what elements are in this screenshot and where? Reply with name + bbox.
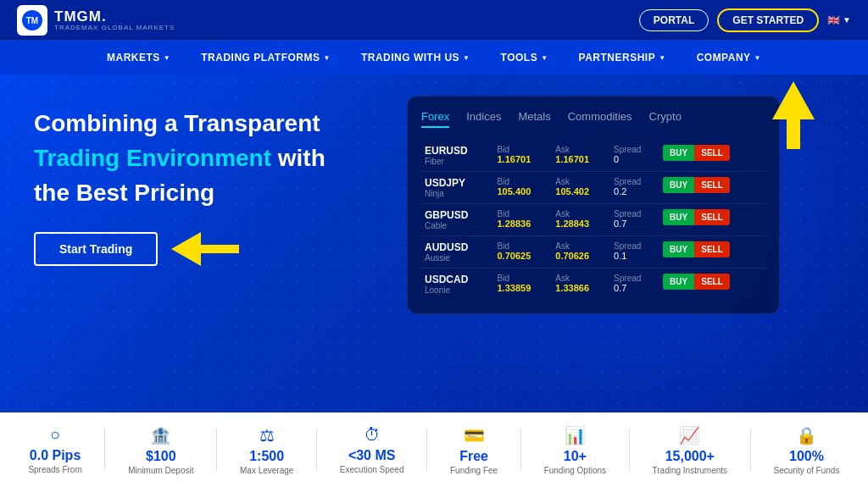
sell-button[interactable]: SELL — [694, 177, 730, 193]
funding-options-icon: 📊 — [565, 425, 586, 445]
table-row: EURUSD Fiber Bid 1.16701 Ask 1.16701 Spr… — [421, 140, 765, 172]
logo-icon: TM — [17, 5, 47, 36]
bid-cell: Bid 0.70625 — [493, 236, 552, 268]
stat-leverage-label: Max Leverage — [240, 466, 293, 475]
stat-security-value: 100% — [789, 449, 824, 464]
sell-button[interactable]: SELL — [694, 145, 730, 161]
stat-funding-options: 📊 10+ Funding Options — [544, 425, 606, 475]
nav-partnership[interactable]: PARTNERSHIP ▼ — [564, 41, 682, 75]
buy-button[interactable]: BUY — [663, 209, 694, 225]
stat-funding-options-label: Funding Options — [544, 466, 606, 475]
buy-sell-group: BUY SELL — [663, 209, 762, 225]
svg-text:TM: TM — [26, 16, 38, 25]
panel-tabs: Forex Indices Metals Commodities Crypto — [421, 110, 765, 128]
nav-tools[interactable]: TOOLS ▼ — [486, 41, 564, 75]
spread-cell: Spread 0.7 — [610, 268, 659, 301]
tab-forex[interactable]: Forex — [421, 110, 449, 128]
execution-icon: ⏱ — [364, 425, 381, 445]
header: TM TMGM. TRADEMAX GLOBAL MARKETS PORTAL … — [0, 0, 868, 41]
stat-leverage-value: 1:500 — [249, 449, 284, 464]
forex-table: EURUSD Fiber Bid 1.16701 Ask 1.16701 Spr… — [421, 140, 765, 300]
svg-marker-3 — [171, 232, 239, 266]
ask-cell: Ask 1.16701 — [552, 140, 610, 172]
stat-instruments: 📈 15,000+ Trading Instruments — [653, 425, 728, 475]
chevron-down-icon: ▼ — [541, 54, 548, 62]
stat-funding-label: Funding Fee — [450, 466, 498, 475]
logo-subtitle: TRADEMAX GLOBAL MARKETS — [54, 24, 175, 31]
table-row: USDJPY Ninja Bid 105.400 Ask 105.402 Spr… — [421, 172, 765, 204]
logo-name: TMGM. — [54, 8, 107, 25]
get-started-button[interactable]: GET STARTED — [717, 8, 819, 32]
pair-cell: AUDUSD Aussie — [421, 236, 493, 268]
deposit-icon: 🏦 — [150, 425, 171, 445]
buy-button[interactable]: BUY — [663, 241, 694, 257]
divider — [316, 429, 317, 471]
hero-section: Combining a Transparent Trading Environm… — [34, 100, 390, 270]
hero-title-line1: Combining a Transparent — [34, 108, 390, 138]
leverage-icon: ⚖ — [259, 425, 275, 445]
stat-spreads-label: Spreads From — [28, 465, 81, 474]
stat-leverage: ⚖ 1:500 Max Leverage — [240, 425, 293, 475]
sell-button[interactable]: SELL — [694, 209, 730, 225]
get-started-arrow — [768, 81, 819, 152]
stat-funding-value: Free — [459, 449, 488, 464]
logo-text-group: TMGM. TRADEMAX GLOBAL MARKETS — [54, 8, 175, 31]
buy-sell-group: BUY SELL — [663, 145, 762, 161]
cta-row: Start Trading — [34, 228, 390, 270]
stat-execution-value: <30 MS — [348, 448, 396, 463]
buy-button[interactable]: BUY — [663, 145, 694, 161]
stat-spreads-value: 0.0 Pips — [30, 448, 81, 463]
chevron-down-icon: ▼ — [843, 15, 851, 25]
nav-trading-platforms[interactable]: TRADING PLATFORMS ▼ — [186, 41, 346, 75]
divider — [520, 429, 521, 471]
buy-button[interactable]: BUY — [663, 274, 694, 290]
tab-commodities[interactable]: Commodities — [568, 110, 632, 128]
pair-cell: USDCAD Loonie — [421, 268, 493, 301]
main-content: Combining a Transparent Trading Environm… — [0, 75, 868, 412]
tab-indices[interactable]: Indices — [466, 110, 501, 128]
chevron-down-icon: ▼ — [754, 54, 761, 62]
chevron-down-icon: ▼ — [463, 54, 470, 62]
footer-stats: ○ 0.0 Pips Spreads From 🏦 $100 Minimum D… — [0, 412, 868, 487]
sell-button[interactable]: SELL — [694, 274, 730, 290]
funding-icon: 💳 — [464, 425, 485, 445]
svg-marker-2 — [772, 81, 815, 149]
bid-cell: Bid 105.400 — [493, 172, 552, 204]
stat-instruments-value: 15,000+ — [665, 449, 715, 464]
instruments-icon: 📈 — [679, 425, 700, 445]
trading-panel: Forex Indices Metals Commodities Crypto … — [407, 96, 780, 314]
header-buttons: PORTAL GET STARTED 🇬🇧 ▼ — [639, 8, 851, 32]
ask-cell: Ask 105.402 — [552, 172, 610, 204]
start-trading-button[interactable]: Start Trading — [34, 232, 158, 266]
table-row: AUDUSD Aussie Bid 0.70625 Ask 0.70626 Sp… — [421, 236, 765, 268]
buy-sell-cell: BUY SELL — [659, 172, 765, 204]
divider — [216, 429, 217, 471]
stat-deposit: 🏦 $100 Minimum Deposit — [128, 425, 193, 475]
stat-spreads: ○ 0.0 Pips Spreads From — [28, 425, 81, 474]
bid-cell: Bid 1.28836 — [493, 204, 552, 236]
stat-execution: ⏱ <30 MS Execution Speed — [340, 425, 404, 474]
buy-button[interactable]: BUY — [663, 177, 694, 193]
buy-sell-cell: BUY SELL — [659, 140, 765, 172]
nav-trading-with-us[interactable]: TRADING WITH US ▼ — [346, 41, 486, 75]
nav-markets[interactable]: MARKETS ▼ — [92, 41, 186, 75]
buy-sell-group: BUY SELL — [663, 241, 762, 257]
divider — [104, 429, 105, 471]
flag-icon: 🇬🇧 — [827, 14, 840, 26]
hero-title-line2: Trading Environment with — [34, 143, 390, 173]
language-selector[interactable]: 🇬🇧 ▼ — [827, 14, 851, 26]
left-arrow-annotation — [171, 228, 239, 270]
left-arrow-icon — [171, 228, 239, 270]
portal-button[interactable]: PORTAL — [639, 9, 709, 31]
tab-metals[interactable]: Metals — [518, 110, 550, 128]
spread-cell: Spread 0.7 — [610, 204, 659, 236]
sell-button[interactable]: SELL — [694, 241, 730, 257]
tab-crypto[interactable]: Crypto — [649, 110, 682, 128]
divider — [750, 429, 751, 471]
table-row: GBPUSD Cable Bid 1.28836 Ask 1.28843 Spr… — [421, 204, 765, 236]
buy-sell-cell: BUY SELL — [659, 268, 765, 301]
nav-company[interactable]: COMPANY ▼ — [682, 41, 776, 75]
chevron-down-icon: ▼ — [164, 54, 170, 62]
main-nav: MARKETS ▼ TRADING PLATFORMS ▼ TRADING WI… — [0, 41, 868, 75]
pair-cell: USDJPY Ninja — [421, 172, 493, 204]
